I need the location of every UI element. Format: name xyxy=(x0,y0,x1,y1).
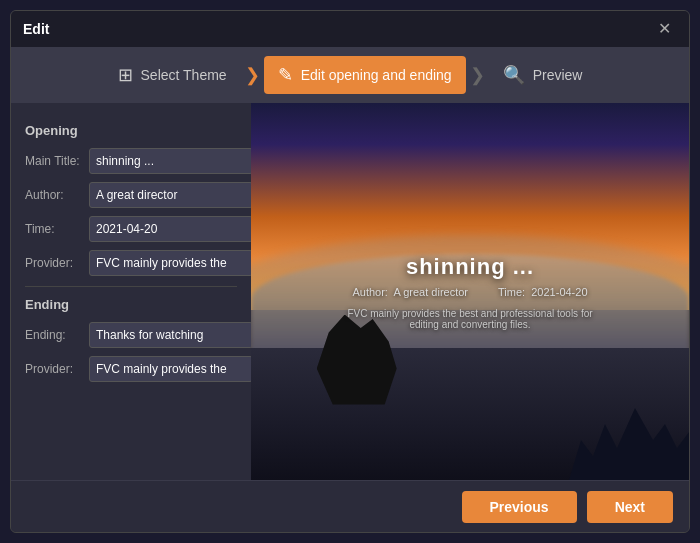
ending-section-label: Ending xyxy=(25,297,237,312)
bottom-bar: Previous Next xyxy=(11,480,689,532)
provider-input[interactable] xyxy=(89,250,251,276)
ending-provider-row: Provider: xyxy=(25,356,237,382)
nav-arrow-2: ❯ xyxy=(470,64,485,86)
time-label: Time: xyxy=(25,222,83,236)
time-row: Time: xyxy=(25,216,237,242)
overlay-author: Author: A great director xyxy=(352,286,468,298)
step1-label: Select Theme xyxy=(141,67,227,83)
next-button[interactable]: Next xyxy=(587,491,673,523)
top-nav: ⊞ Select Theme ❯ ✎ Edit opening and endi… xyxy=(11,47,689,103)
step2-label: Edit opening and ending xyxy=(301,67,452,83)
overlay-title: shinning ... xyxy=(406,254,534,280)
ending-provider-label: Provider: xyxy=(25,362,83,376)
overlay-provider: FVC mainly provides the best and profess… xyxy=(340,308,600,330)
author-prefix: Author: xyxy=(352,286,387,298)
ending-provider-input[interactable] xyxy=(89,356,251,382)
nav-step-edit[interactable]: ✎ Edit opening and ending xyxy=(264,56,466,94)
overlay-text: shinning ... Author: A great director Ti… xyxy=(251,103,689,480)
author-val: A great director xyxy=(393,286,468,298)
nav-arrow-1: ❯ xyxy=(245,64,260,86)
title-bar: Edit ✕ xyxy=(11,11,689,47)
overlay-time: Time: 2021-04-20 xyxy=(498,286,588,298)
close-button[interactable]: ✕ xyxy=(652,19,677,39)
time-input[interactable] xyxy=(89,216,251,242)
author-label: Author: xyxy=(25,188,83,202)
opening-section-label: Opening xyxy=(25,123,237,138)
author-input[interactable] xyxy=(89,182,251,208)
step3-label: Preview xyxy=(533,67,583,83)
main-title-input[interactable] xyxy=(89,148,251,174)
nav-step-select-theme[interactable]: ⊞ Select Theme xyxy=(104,56,241,94)
provider-row: Provider: xyxy=(25,250,237,276)
preview-icon: 🔍 xyxy=(503,64,525,86)
previous-button[interactable]: Previous xyxy=(462,491,577,523)
time-prefix: Time: xyxy=(498,286,525,298)
theme-icon: ⊞ xyxy=(118,64,133,86)
main-title-row: Main Title: xyxy=(25,148,237,174)
main-title-label: Main Title: xyxy=(25,154,83,168)
section-divider xyxy=(25,286,237,287)
author-row: Author: xyxy=(25,182,237,208)
ending-label: Ending: xyxy=(25,328,83,342)
edit-icon: ✎ xyxy=(278,64,293,86)
ending-input[interactable] xyxy=(89,322,251,348)
left-panel: Opening Main Title: Author: Time: Provid… xyxy=(11,103,251,480)
dialog-title: Edit xyxy=(23,21,49,37)
time-val: 2021-04-20 xyxy=(531,286,587,298)
content-area: Opening Main Title: Author: Time: Provid… xyxy=(11,103,689,480)
preview-image: shinning ... Author: A great director Ti… xyxy=(251,103,689,480)
nav-step-preview[interactable]: 🔍 Preview xyxy=(489,56,597,94)
ending-row: Ending: xyxy=(25,322,237,348)
overlay-meta: Author: A great director Time: 2021-04-2… xyxy=(352,286,587,298)
right-panel: shinning ... Author: A great director Ti… xyxy=(251,103,689,480)
edit-dialog: Edit ✕ ⊞ Select Theme ❯ ✎ Edit opening a… xyxy=(10,10,690,533)
provider-label: Provider: xyxy=(25,256,83,270)
